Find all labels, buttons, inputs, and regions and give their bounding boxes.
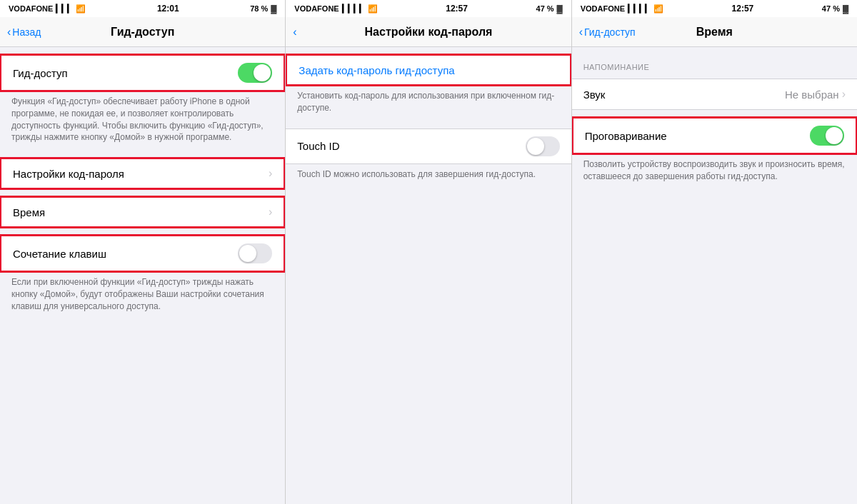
wifi-icon-3: 📶	[653, 4, 663, 14]
battery-icon-3: ▓	[843, 4, 848, 13]
back-button-2[interactable]: ‹	[293, 26, 296, 39]
nav-bar-1: ‹ Назад Гид-доступ	[0, 17, 285, 47]
chevron-left-icon-1: ‹	[7, 26, 11, 39]
speak-cell[interactable]: Проговаривание	[572, 117, 857, 154]
shortcut-label: Сочетание клавиш	[13, 248, 106, 260]
guided-access-description: Функция «Гид-доступ» обеспечивает работу…	[0, 91, 285, 151]
guided-access-toggle[interactable]	[238, 63, 272, 83]
wifi-icon-1: 📶	[76, 4, 86, 14]
battery-icon-2: ▓	[557, 4, 563, 13]
back-label-1[interactable]: Назад	[12, 26, 41, 38]
back-label-3[interactable]: Гид-доступ	[584, 26, 636, 38]
nav-bar-2: ‹ Настройки код-пароля	[286, 17, 571, 47]
speak-description: Позволить устройству воспроизводить звук…	[572, 154, 857, 190]
panel-3: VODAFONE ▎▎▎▎ 📶 12:57 47 % ▓ ‹ Гид-досту…	[572, 0, 857, 504]
content-3: НАПОМИНАНИЕ Звук Не выбран › Проговарива…	[572, 47, 857, 504]
chevron-left-icon-3: ‹	[579, 26, 583, 39]
chevron-left-icon-2: ‹	[293, 26, 296, 39]
battery-3: 47 %	[822, 4, 840, 13]
wifi-icon-2: 📶	[368, 4, 378, 14]
set-passcode-cell[interactable]: Задать код-пароль гид-доступа	[286, 54, 571, 86]
touch-id-description: Touch ID можно использовать для завершен…	[286, 164, 571, 188]
content-2: Задать код-пароль гид-доступа Установить…	[286, 47, 571, 504]
nav-title-1: Гид-доступ	[111, 26, 174, 39]
touch-id-toggle[interactable]	[526, 136, 560, 156]
nav-bar-3: ‹ Гид-доступ Время	[572, 17, 857, 47]
sound-cell[interactable]: Звук Не выбран ›	[572, 79, 857, 110]
passcode-settings-cell[interactable]: Настройки код-пароля ›	[0, 158, 285, 189]
shortcut-description: Если при включенной функции «Гид-доступ»…	[0, 272, 285, 319]
touch-id-cell[interactable]: Touch ID	[286, 128, 571, 164]
speak-toggle[interactable]	[810, 126, 844, 146]
panel-1: VODAFONE ▎▎▎ 📶 12:01 78 % ▓ ‹ Назад Гид-…	[0, 0, 286, 504]
signal-icon-1: ▎▎▎	[56, 4, 73, 14]
nav-title-3: Время	[696, 26, 733, 39]
shortcut-toggle[interactable]	[238, 243, 272, 263]
set-passcode-label[interactable]: Задать код-пароль гид-доступа	[299, 64, 454, 76]
set-passcode-description: Установить код-пароль для использования …	[286, 86, 571, 121]
nav-title-2: Настройки код-пароля	[365, 26, 493, 39]
shortcut-cell[interactable]: Сочетание клавиш	[0, 235, 285, 272]
battery-2: 47 %	[536, 4, 554, 13]
time-2: 12:57	[446, 4, 468, 14]
chevron-right-icon-time: ›	[269, 206, 272, 218]
carrier-2: VODAFONE	[294, 4, 339, 13]
signal-icon-3: ▎▎▎▎	[628, 4, 651, 14]
status-bar-3: VODAFONE ▎▎▎▎ 📶 12:57 47 % ▓	[572, 0, 857, 17]
status-bar-2: VODAFONE ▎▎▎▎ 📶 12:57 47 % ▓	[286, 0, 571, 17]
sound-label: Звук	[583, 89, 606, 101]
toggle-thumb	[254, 64, 271, 81]
carrier-1: VODAFONE	[9, 4, 53, 13]
back-button-1[interactable]: ‹ Назад	[7, 26, 41, 39]
battery-1: 78 %	[250, 4, 268, 13]
toggle-thumb-speak	[826, 127, 843, 144]
status-bar-1: VODAFONE ▎▎▎ 📶 12:01 78 % ▓	[0, 0, 285, 17]
time-cell[interactable]: Время ›	[0, 196, 285, 228]
signal-icon-2: ▎▎▎▎	[342, 4, 365, 14]
reminder-section-label: НАПОМИНАНИЕ	[583, 63, 650, 71]
time-3: 12:57	[732, 4, 754, 14]
speak-label: Проговаривание	[585, 130, 667, 142]
content-1: Гид-доступ Функция «Гид-доступ» обеспечи…	[0, 47, 285, 504]
time-1: 12:01	[157, 4, 179, 14]
time-label: Время	[13, 206, 45, 218]
sound-value: Не выбран	[785, 89, 839, 101]
guided-access-label: Гид-доступ	[13, 67, 68, 79]
battery-icon-1: ▓	[271, 4, 276, 13]
guided-access-toggle-cell[interactable]: Гид-доступ	[0, 54, 285, 91]
touch-id-label: Touch ID	[297, 140, 339, 152]
passcode-settings-label: Настройки код-пароля	[13, 168, 124, 180]
panel-2: VODAFONE ▎▎▎▎ 📶 12:57 47 % ▓ ‹ Настройки…	[286, 0, 571, 504]
carrier-3: VODAFONE	[581, 4, 625, 13]
chevron-right-icon-passcode: ›	[269, 167, 272, 180]
chevron-right-icon-sound: ›	[842, 88, 846, 101]
toggle-thumb-shortcut	[239, 245, 256, 262]
back-button-3[interactable]: ‹ Гид-доступ	[579, 26, 636, 39]
toggle-thumb-touchid	[527, 138, 544, 155]
